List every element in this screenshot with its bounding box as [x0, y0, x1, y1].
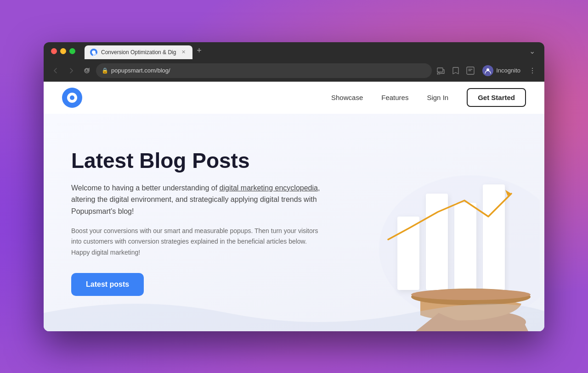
minimize-traffic-light[interactable]	[60, 48, 66, 54]
toolbar-right: Incognito	[435, 64, 539, 77]
tab-favicon	[90, 49, 97, 56]
svg-rect-12	[454, 203, 476, 290]
site-logo[interactable]	[62, 88, 82, 108]
svg-point-8	[532, 72, 533, 73]
incognito-avatar	[482, 65, 493, 76]
active-tab[interactable]: Conversion Optimization & Dig ✕	[85, 45, 192, 59]
browser-addressbar: 🔒 popupsmart.com/blog/ Incognito	[44, 61, 544, 82]
hero-subtitle: Welcome to having a better understanding…	[71, 182, 324, 217]
browser-menu-button[interactable]	[526, 64, 539, 77]
traffic-lights	[51, 48, 75, 54]
svg-point-7	[532, 70, 533, 71]
website-content: Showcase Features Sign In Get Started La…	[44, 82, 544, 331]
close-traffic-light[interactable]	[51, 48, 57, 54]
browser-titlebar: Conversion Optimization & Dig ✕ + ⌄	[44, 42, 544, 61]
svg-point-3	[437, 73, 438, 74]
browser-window: Conversion Optimization & Dig ✕ + ⌄ 🔒 po…	[44, 42, 544, 331]
browser-more-button[interactable]: ⌄	[527, 45, 537, 57]
get-started-button[interactable]: Get Started	[467, 88, 526, 107]
svg-rect-2	[437, 68, 443, 72]
incognito-profile[interactable]: Incognito	[479, 64, 524, 77]
svg-point-6	[532, 67, 533, 68]
hero-subtitle-link[interactable]: digital marketing encyclopedia	[220, 184, 318, 192]
latest-posts-button[interactable]: Latest posts	[71, 273, 144, 296]
tab-close-button[interactable]: ✕	[180, 49, 187, 56]
incognito-label: Incognito	[496, 67, 520, 74]
address-bar[interactable]: 🔒 popupsmart.com/blog/	[96, 63, 432, 78]
forward-button[interactable]	[65, 64, 78, 77]
hero-title: Latest Blog Posts	[71, 149, 324, 173]
bookmark-button[interactable]	[449, 64, 462, 77]
hero-subtitle-plain: Welcome to having a better understanding…	[71, 184, 220, 192]
back-button[interactable]	[49, 64, 62, 77]
svg-rect-13	[483, 184, 505, 290]
new-tab-button[interactable]: +	[192, 45, 205, 57]
hero-section: Latest Blog Posts Welcome to having a be…	[44, 114, 544, 331]
hero-wave	[44, 295, 544, 331]
reload-button[interactable]	[80, 64, 93, 77]
url-text: popupsmart.com/blog/	[111, 67, 426, 74]
cast-button[interactable]	[435, 64, 447, 77]
tab-title: Conversion Optimization & Dig	[101, 49, 176, 56]
site-logo-inner	[67, 93, 77, 103]
favicon-inner	[92, 50, 96, 54]
nav-link-showcase[interactable]: Showcase	[331, 94, 363, 101]
browser-chrome: Conversion Optimization & Dig ✕ + ⌄ 🔒 po…	[44, 42, 544, 82]
tab-search-button[interactable]	[464, 64, 477, 77]
nav-link-features[interactable]: Features	[381, 94, 408, 101]
lock-icon: 🔒	[102, 67, 108, 74]
svg-rect-11	[426, 194, 448, 290]
nav-link-signin[interactable]: Sign In	[427, 94, 448, 101]
site-nav-links: Showcase Features Sign In Get Started	[331, 88, 526, 107]
hero-description: Boost your conversions with our smart an…	[71, 226, 324, 258]
svg-point-1	[94, 54, 96, 55]
tabs-bar: Conversion Optimization & Dig ✕ +	[85, 44, 522, 59]
svg-rect-10	[397, 217, 419, 290]
site-navbar: Showcase Features Sign In Get Started	[44, 82, 544, 114]
site-logo-dot	[70, 95, 74, 100]
maximize-traffic-light[interactable]	[69, 48, 75, 54]
